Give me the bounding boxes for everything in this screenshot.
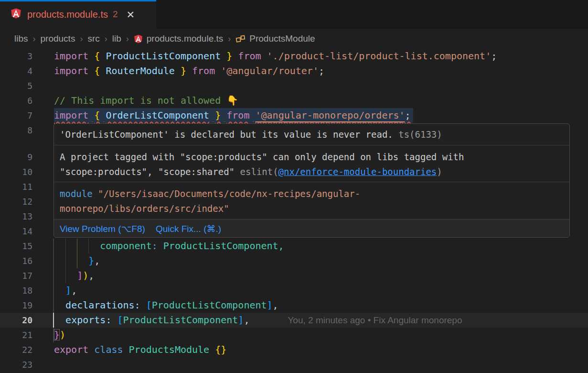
code-token bbox=[215, 65, 221, 77]
line-number: 19 bbox=[0, 298, 32, 313]
code-token bbox=[232, 50, 238, 62]
indent-guide bbox=[65, 253, 66, 268]
active-tab-indicator bbox=[0, 0, 156, 1]
breadcrumb-item-lib[interactable]: lib bbox=[112, 33, 121, 44]
code-token: from bbox=[238, 50, 261, 62]
code-line-content[interactable]: // This import is not allowed 👇 bbox=[54, 93, 238, 108]
code-line-4: 4import { RouterModule } from '@angular/… bbox=[0, 64, 588, 78]
scope-guide-bar bbox=[53, 239, 54, 313]
code-line-content[interactable]: }, bbox=[54, 253, 100, 268]
angular-icon bbox=[134, 34, 143, 46]
code-line-15: 15 component: ProductListComponent, bbox=[0, 239, 588, 253]
code-token: '@angular-monorepo/orders' bbox=[256, 110, 405, 121]
code-token: OrderListComponent bbox=[106, 110, 209, 121]
hover-text: A project tagged with "scope:products" c… bbox=[60, 152, 464, 162]
code-line-content[interactable]: ]), bbox=[54, 268, 94, 283]
code-line-20: 20 exports: [ProductListComponent],You, … bbox=[0, 313, 588, 328]
tab-products-module[interactable]: products.module.ts 2 ✕ bbox=[0, 0, 156, 29]
view-problem-action[interactable]: View Problem (⌥F8) bbox=[60, 223, 145, 234]
problem-hover-popup: 'OrderListComponent' is declared but its… bbox=[53, 123, 570, 238]
tab-filename: products.module.ts bbox=[27, 9, 108, 20]
code-token bbox=[54, 299, 65, 311]
code-token: : bbox=[152, 240, 158, 252]
indent-guide bbox=[65, 239, 66, 253]
line-number: 21 bbox=[0, 328, 32, 342]
line-number: 5 bbox=[0, 78, 32, 93]
code-token: } bbox=[54, 329, 60, 340]
code-token bbox=[100, 50, 106, 62]
code-token: './product-list/product-list.component' bbox=[267, 50, 492, 62]
code-token bbox=[54, 255, 88, 266]
code-line-content[interactable]: ], bbox=[54, 283, 77, 298]
hover-text: ts(6133) bbox=[393, 129, 442, 140]
code-token: import bbox=[54, 50, 88, 62]
code-token: ] bbox=[65, 285, 71, 296]
code-token: '@angular/router' bbox=[221, 65, 319, 77]
code-line-content[interactable]: exports: [ProductListComponent], bbox=[54, 313, 249, 328]
breadcrumb-separator: › bbox=[126, 34, 129, 44]
line-number: 12 bbox=[0, 194, 32, 209]
line-number: 22 bbox=[0, 342, 32, 357]
git-blame-annotation: You, 2 minutes ago • Fix Angular monorep… bbox=[288, 313, 462, 328]
code-token bbox=[88, 110, 94, 121]
code-token: class bbox=[94, 344, 123, 355]
code-token: from bbox=[192, 65, 215, 77]
code-token: ; bbox=[491, 50, 497, 62]
code-line-content[interactable]: component: ProductListComponent, bbox=[54, 239, 284, 253]
code-line-5: 5 bbox=[0, 78, 588, 93]
code-line-content[interactable]: import { OrderListComponent } from '@ang… bbox=[54, 108, 413, 123]
line-number: 14 bbox=[0, 224, 32, 239]
code-token: ProductListComponent bbox=[106, 50, 221, 62]
code-line-content[interactable]: import { ProductListComponent } from './… bbox=[54, 49, 497, 64]
code-line-content[interactable]: import { RouterModule } from '@angular/r… bbox=[54, 64, 324, 78]
breadcrumb-item-src[interactable]: src bbox=[87, 33, 99, 44]
hover-text bbox=[93, 188, 98, 199]
code-line-content[interactable]: }) bbox=[54, 328, 65, 342]
hover-text-line: A project tagged with "scope:products" c… bbox=[60, 150, 564, 165]
hover-text: "scope:products", "scope:shared" bbox=[60, 166, 240, 177]
angular-icon bbox=[11, 8, 21, 21]
code-line-content[interactable]: declarations: [ProductListComponent], bbox=[54, 298, 278, 313]
code-token: } bbox=[226, 50, 232, 62]
code-line-21: 21}) bbox=[0, 328, 588, 342]
code-token: } bbox=[181, 65, 186, 77]
close-icon[interactable]: ✕ bbox=[127, 10, 135, 20]
indent-guide bbox=[88, 239, 89, 253]
code-token: { bbox=[94, 110, 100, 121]
eslint-rule-link[interactable]: @nx/enforce-module-boundaries bbox=[278, 166, 437, 177]
line-number: 11 bbox=[0, 179, 32, 194]
hover-text-line: module "/Users/isaac/Documents/code/nx-r… bbox=[60, 186, 564, 201]
breadcrumb-item-productsmodule[interactable]: ProductsModule bbox=[249, 33, 315, 44]
code-token: , bbox=[273, 299, 278, 311]
hover-text-line: "scope:products", "scope:shared" eslint(… bbox=[60, 165, 564, 179]
indent-guide bbox=[77, 239, 77, 253]
line-number: 15 bbox=[0, 239, 32, 253]
code-token: declarations: bbox=[65, 299, 140, 311]
code-token: ) bbox=[83, 270, 88, 281]
code-line-content[interactable]: export class ProductsModule {} bbox=[54, 342, 226, 357]
breadcrumb-separator: › bbox=[80, 34, 83, 44]
code-token bbox=[140, 299, 146, 311]
code-token: import bbox=[54, 110, 88, 121]
tab-problem-count-badge: 2 bbox=[113, 9, 118, 20]
breadcrumb-item-libs[interactable]: libs bbox=[14, 33, 28, 44]
breadcrumb-item-products.module.ts[interactable]: products.module.ts bbox=[147, 33, 224, 44]
quick-fix-action[interactable]: Quick Fix... (⌘.) bbox=[156, 223, 221, 234]
code-token: ProductListComponent, bbox=[163, 240, 284, 252]
code-token: ; bbox=[319, 65, 324, 77]
code-token: , bbox=[94, 255, 100, 266]
code-token: ProductsModule bbox=[129, 344, 210, 355]
code-line-18: 18 ], bbox=[0, 283, 588, 298]
code-token: { bbox=[94, 50, 100, 62]
breadcrumb-item-products[interactable]: products bbox=[41, 33, 75, 44]
code-token bbox=[209, 110, 215, 121]
code-line-7: 7import { OrderListComponent } from '@an… bbox=[0, 108, 588, 123]
code-token: exports: bbox=[65, 314, 111, 326]
code-token bbox=[261, 50, 267, 62]
hover-section: A project tagged with "scope:products" c… bbox=[54, 145, 569, 182]
code-token: ProductListComponent bbox=[123, 314, 238, 326]
code-token: , bbox=[244, 314, 249, 326]
hover-text-line: monorepo/libs/orders/src/index" bbox=[60, 201, 564, 216]
code-token bbox=[100, 110, 106, 121]
code-line-23: 23 bbox=[0, 357, 588, 372]
